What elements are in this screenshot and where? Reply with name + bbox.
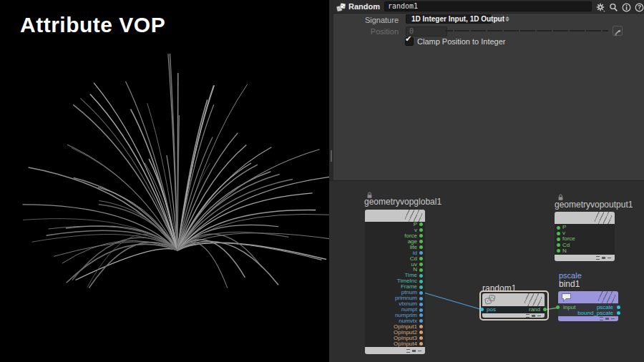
node-name-input[interactable]: random1 — [384, 1, 592, 11]
port-dot[interactable] — [419, 263, 423, 266]
ladder-icon[interactable] — [613, 26, 623, 36]
port-dot[interactable] — [557, 238, 560, 241]
param-toolbar: ? — [596, 2, 644, 11]
position-input[interactable]: 0 — [406, 26, 447, 36]
port-dot-rand[interactable] — [543, 308, 547, 311]
node-random-footer[interactable] — [482, 313, 545, 318]
dice-icon — [336, 2, 346, 11]
output-bound-pscale-label: bound_pscale — [577, 310, 613, 316]
help-icon[interactable]: ? — [635, 2, 644, 11]
port-dot[interactable] — [419, 274, 423, 278]
position-slider[interactable] — [445, 30, 608, 31]
plant-render — [0, 0, 329, 362]
port-dot[interactable] — [419, 342, 423, 346]
port-dot-bound-pscale[interactable] — [617, 311, 620, 315]
port-dot[interactable] — [557, 226, 560, 230]
gear-icon[interactable] — [596, 2, 605, 11]
port-dot[interactable] — [419, 257, 423, 260]
signature-value: 1D Integer Input, 1D Output — [406, 15, 504, 23]
port-dot-pos[interactable] — [480, 308, 484, 311]
port-dot[interactable] — [419, 245, 423, 249]
clamp-checkbox[interactable]: ✔ — [405, 37, 414, 46]
port-dot[interactable] — [419, 222, 423, 226]
svg-text:?: ? — [638, 4, 641, 11]
node-title-bind[interactable]: bind1 — [559, 279, 580, 289]
parameter-pane: Random random1 — [329, 0, 644, 180]
node-flag-slashes — [595, 212, 612, 224]
port-dot[interactable] — [419, 297, 423, 300]
port-dot[interactable] — [557, 249, 560, 253]
checkmark-icon: ✔ — [405, 34, 411, 44]
port-dot[interactable] — [419, 234, 423, 238]
node-footer-icons — [406, 349, 410, 353]
info-icon[interactable] — [622, 2, 631, 11]
right-panes: Random random1 — [329, 0, 644, 362]
port-dot[interactable] — [419, 240, 423, 243]
node-random-header[interactable] — [482, 293, 545, 306]
port-dot[interactable] — [419, 325, 423, 328]
node-footer-icons — [596, 256, 600, 260]
port-dot[interactable] — [557, 243, 560, 247]
port-dot[interactable] — [419, 331, 423, 334]
port[interactable]: OpInput4 — [365, 341, 425, 347]
output-rand-label: rand — [529, 306, 540, 313]
node-output-ports: P v force Cd N — [555, 225, 615, 254]
port-dot[interactable] — [419, 308, 423, 312]
node-footer-icons — [526, 314, 530, 318]
port-dot-input[interactable] — [556, 305, 560, 309]
node-global-ports: P v force age life id Cd uv N Time TimeI… — [365, 222, 425, 347]
node-footer-icons — [600, 317, 603, 321]
node-title-output[interactable]: geometryvopoutput1 — [555, 200, 633, 210]
node-global-header[interactable] — [365, 210, 425, 222]
node-bind-header[interactable] — [558, 291, 618, 303]
port-dot-pscale[interactable] — [617, 305, 620, 309]
port-dot[interactable] — [419, 228, 423, 232]
node-global-footer[interactable] — [365, 347, 425, 354]
port-dot[interactable] — [419, 336, 423, 340]
wire-ptnum-to-pos — [424, 293, 482, 310]
node-bind-row2: bound_pscale — [558, 310, 618, 316]
node-type-label: Random — [348, 2, 380, 11]
dropdown-spinner-icon[interactable] — [504, 14, 509, 24]
port-dot[interactable] — [419, 313, 423, 317]
port-dot[interactable] — [419, 291, 423, 295]
input-pos-label: pos — [487, 306, 496, 313]
slide-title: Attribute VOP — [20, 13, 165, 37]
port-dot[interactable] — [557, 232, 560, 235]
clamp-label: Clamp Position to Integer — [417, 37, 506, 46]
node-title-global[interactable]: geometryvopglobal1 — [364, 197, 441, 207]
network-editor[interactable]: geometryvopglobal1 P v force age life id… — [329, 180, 644, 362]
node-flag-slashes — [525, 293, 542, 306]
signature-label: Signature — [333, 16, 399, 24]
port-dot[interactable] — [419, 319, 423, 323]
port-dot[interactable] — [419, 285, 423, 289]
node-output-footer[interactable] — [555, 255, 615, 261]
node-flag-slashes — [598, 291, 615, 303]
node-bind-footer[interactable] — [558, 316, 618, 321]
port[interactable]: N — [555, 248, 615, 254]
position-label: Position — [333, 27, 399, 36]
port-dot[interactable] — [419, 268, 423, 272]
node-output-header[interactable] — [555, 212, 615, 224]
app-window: Attribute VOP Random random1 — [0, 0, 644, 362]
scroll-handle[interactable] — [331, 150, 332, 162]
search-icon[interactable] — [609, 2, 618, 11]
node-flag-slashes — [405, 210, 422, 222]
node-random-ports: pos rand — [482, 306, 545, 313]
port-dot[interactable] — [419, 303, 423, 306]
param-header: Random random1 — [333, 0, 644, 14]
signature-dropdown[interactable]: 1D Integer Input, 1D Output — [406, 14, 492, 24]
port-dot[interactable] — [419, 280, 423, 283]
scene-viewport[interactable]: Attribute VOP — [0, 0, 329, 362]
port-dot[interactable] — [419, 251, 423, 255]
